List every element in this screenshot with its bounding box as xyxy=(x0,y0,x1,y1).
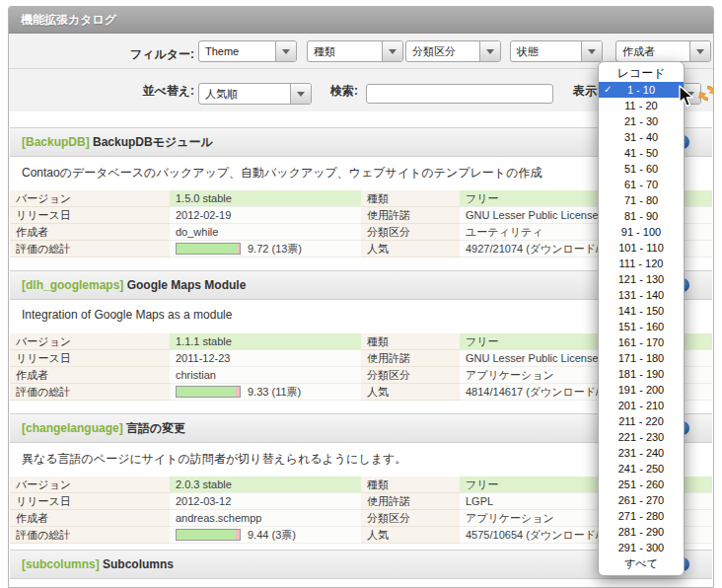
record-range-option[interactable]: 281 - 290 xyxy=(599,524,684,540)
value-author: andreas.schempp xyxy=(170,510,361,527)
label-category: 分類区分 xyxy=(361,367,460,384)
value-version: 2.0.3 stable xyxy=(170,477,361,493)
label-version: バージョン xyxy=(10,333,170,350)
record-range-option[interactable]: すべて xyxy=(599,555,684,571)
filter-select-author[interactable]: 作成者 xyxy=(615,40,711,62)
record-range-option[interactable]: 61 - 70 xyxy=(599,177,684,192)
rating-bar xyxy=(176,529,241,541)
chevron-down-icon[interactable] xyxy=(382,41,402,61)
record-range-option[interactable]: 31 - 40 xyxy=(599,129,684,145)
value-version: 1.5.0 stable xyxy=(170,190,361,207)
page-title: 機能拡張カタログ xyxy=(9,7,713,34)
record-range-option[interactable]: 111 - 120 xyxy=(599,256,684,271)
record-range-option[interactable]: 151 - 160 xyxy=(599,319,684,334)
record-range-option[interactable]: 291 - 300 xyxy=(599,540,684,555)
record-range-option[interactable]: 231 - 240 xyxy=(599,445,684,461)
label-release: リリース日 xyxy=(10,493,170,510)
label-popularity: 人気 xyxy=(361,384,460,401)
extension-id: [dlh_googlemaps] xyxy=(22,278,123,292)
label-popularity: 人気 xyxy=(361,527,460,544)
label-release: リリース日 xyxy=(10,350,170,367)
record-range-option[interactable]: 201 - 210 xyxy=(599,398,684,413)
record-range-option[interactable]: 21 - 30 xyxy=(599,113,684,129)
label-category: 分類区分 xyxy=(361,224,460,241)
record-range-option[interactable]: 101 - 110 xyxy=(599,240,684,256)
extension-id: [subcolumns] xyxy=(22,557,100,571)
record-range-option[interactable]: 1 - 10 xyxy=(599,82,684,98)
label-popularity: 人気 xyxy=(361,241,460,257)
label-license: 使用許諾 xyxy=(361,493,460,510)
record-range-option[interactable]: 121 - 130 xyxy=(599,271,684,287)
value-rating: 9.72 (13票) xyxy=(170,241,361,257)
label-release: リリース日 xyxy=(10,207,170,224)
rating-bar xyxy=(176,386,241,398)
record-menu-items: 1 - 10 11 - 20 21 - 30 31 - 40 41 - 50 5… xyxy=(599,82,684,571)
value-rating: 9.44 (3票) xyxy=(170,527,361,544)
extension-id: [BackupDB] xyxy=(22,135,90,149)
record-range-option[interactable]: 161 - 170 xyxy=(599,334,684,350)
record-range-option[interactable]: 171 - 180 xyxy=(599,350,684,366)
rating-bar xyxy=(176,243,241,255)
label-author: 作成者 xyxy=(10,510,170,527)
record-range-option[interactable]: 91 - 100 xyxy=(599,224,684,240)
record-range-option[interactable]: 251 - 260 xyxy=(599,477,684,492)
label-rating: 評価の総計 xyxy=(10,527,170,544)
record-menu-header: レコード xyxy=(599,65,684,82)
record-range-option[interactable]: 71 - 80 xyxy=(599,192,684,208)
record-range-option[interactable]: 141 - 150 xyxy=(599,303,684,319)
label-license: 使用許諾 xyxy=(361,207,460,224)
label-author: 作成者 xyxy=(10,224,170,241)
chevron-down-icon[interactable] xyxy=(479,41,500,61)
label-rating: 評価の総計 xyxy=(10,384,170,401)
value-rating: 9.33 (11票) xyxy=(170,384,361,401)
label-category: 分類区分 xyxy=(361,510,460,527)
value-author: christian xyxy=(170,367,361,384)
record-range-option[interactable]: 241 - 250 xyxy=(599,461,684,477)
filter-select-theme[interactable]: Theme xyxy=(198,40,297,62)
record-range-option[interactable]: 261 - 270 xyxy=(599,492,684,508)
extension-title: 言語の変更 xyxy=(123,421,186,435)
value-author: do_while xyxy=(170,224,361,241)
filter-label: フィルター: xyxy=(88,46,194,63)
value-version: 1.1.1 stable xyxy=(170,333,361,350)
record-range-option[interactable]: 11 - 20 xyxy=(599,98,684,113)
extension-title: Google Maps Module xyxy=(123,278,246,292)
extension-title: BackupDBモジュール xyxy=(90,135,213,149)
chevron-down-icon[interactable] xyxy=(689,41,710,61)
search-input[interactable] xyxy=(366,84,553,104)
extension-title: Subcolumns xyxy=(100,557,174,571)
label-type: 種類 xyxy=(361,477,460,493)
record-range-option[interactable]: 181 - 190 xyxy=(599,366,684,382)
filter-select-state[interactable]: 状態 xyxy=(510,40,603,62)
label-type: 種類 xyxy=(361,333,460,350)
label-rating: 評価の総計 xyxy=(10,241,170,257)
record-range-option[interactable]: 81 - 90 xyxy=(599,208,684,224)
record-range-option[interactable]: 131 - 140 xyxy=(599,287,684,303)
refresh-icon[interactable] xyxy=(698,84,714,103)
record-range-option[interactable]: 51 - 60 xyxy=(599,161,684,177)
value-release: 2012-03-12 xyxy=(170,493,361,510)
extension-id: [changelanguage] xyxy=(22,421,123,435)
record-range-option[interactable]: 221 - 230 xyxy=(599,429,684,445)
record-range-option[interactable]: 191 - 200 xyxy=(599,382,684,398)
chevron-down-icon[interactable] xyxy=(275,41,296,61)
filter-select-type[interactable]: 種類 xyxy=(307,40,403,62)
sort-label: 並べ替え: xyxy=(88,83,194,100)
label-version: バージョン xyxy=(10,477,170,493)
label-author: 作成者 xyxy=(10,367,170,384)
label-version: バージョン xyxy=(10,190,170,207)
filter-select-category[interactable]: 分類区分 xyxy=(405,40,501,62)
search-label: 検索: xyxy=(287,83,358,100)
value-release: 2012-02-19 xyxy=(170,207,361,224)
display-label: 表示: xyxy=(542,83,601,100)
record-range-menu: レコード 1 - 10 11 - 20 21 - 30 31 - 40 41 -… xyxy=(598,61,685,576)
record-range-option[interactable]: 41 - 50 xyxy=(599,145,684,161)
record-range-option[interactable]: 211 - 220 xyxy=(599,413,684,429)
label-license: 使用許諾 xyxy=(361,350,460,367)
label-type: 種類 xyxy=(361,190,460,207)
record-range-option[interactable]: 271 - 280 xyxy=(599,508,684,524)
chevron-down-icon[interactable] xyxy=(581,41,602,61)
value-release: 2011-12-23 xyxy=(170,350,361,367)
